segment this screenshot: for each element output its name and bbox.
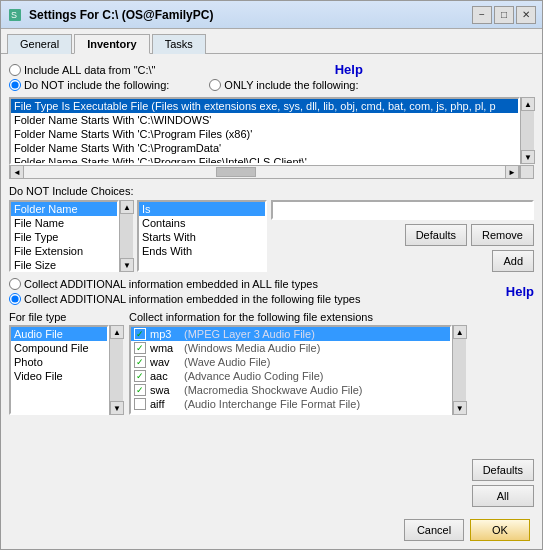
collect-help-area: Help <box>506 278 534 305</box>
do-not-choices-section: Do NOT Include Choices: Folder Name File… <box>9 185 534 272</box>
hscroll-bar[interactable]: ◄ ► <box>9 165 520 179</box>
tab-bar: General Inventory Tasks <box>1 29 542 54</box>
choices-left-area: Folder Name File Name File Type File Ext… <box>9 200 133 272</box>
ext-swa-checkbox[interactable]: ✓ <box>134 384 146 396</box>
hscroll-right-btn[interactable]: ► <box>505 165 519 179</box>
ext-wav[interactable]: ✓ wav (Wave Audio File) <box>131 355 450 369</box>
do-not-include-radio[interactable] <box>9 79 21 91</box>
bottom-button-row: Cancel OK <box>9 515 534 543</box>
file-type-section: For file type Audio File Compound File P… <box>9 311 534 509</box>
exclusion-list-scrollbar[interactable]: ▲ ▼ <box>520 97 534 164</box>
exclusion-item-1[interactable]: Folder Name Starts With 'C:\WINDOWS' <box>11 113 518 127</box>
ext-mp3-checkbox[interactable]: ✓ <box>134 328 146 340</box>
file-type-audio[interactable]: Audio File <box>11 327 107 341</box>
tab-general[interactable]: General <box>7 34 72 54</box>
defaults-button[interactable]: Defaults <box>405 224 467 246</box>
file-type-video[interactable]: Video File <box>11 369 107 383</box>
hscroll-left-btn[interactable]: ◄ <box>10 165 24 179</box>
close-button[interactable]: ✕ <box>516 6 536 24</box>
ok-button[interactable]: OK <box>470 519 530 541</box>
file-type-photo[interactable]: Photo <box>11 355 107 369</box>
file-type-listbox[interactable]: Audio File Compound File Photo Video Fil… <box>9 325 109 415</box>
scroll-up-btn[interactable]: ▲ <box>521 97 535 111</box>
ext-wav-checkbox[interactable]: ✓ <box>134 356 146 368</box>
ext-wma-code: wma <box>150 342 180 354</box>
ext-wma[interactable]: ✓ wma (Windows Media Audio File) <box>131 341 450 355</box>
choices-right-listbox[interactable]: Is Contains Starts With Ends With <box>137 200 267 272</box>
ext-mp3-code: mp3 <box>150 328 180 340</box>
ext-mp3[interactable]: ✓ mp3 (MPEG Layer 3 Audio File) <box>131 327 450 341</box>
tab-tasks[interactable]: Tasks <box>152 34 206 54</box>
include-all-radio[interactable] <box>9 64 21 76</box>
collect-options-area: Collect ADDITIONAL information embedded … <box>9 278 534 305</box>
ext-all-button[interactable]: All <box>472 485 534 507</box>
choice-ends-with[interactable]: Ends With <box>139 244 265 258</box>
exclusion-item-3[interactable]: Folder Name Starts With 'C:\ProgramData' <box>11 141 518 155</box>
choice-contains[interactable]: Contains <box>139 216 265 230</box>
choice-file-type[interactable]: File Type <box>11 230 117 244</box>
tab-inventory[interactable]: Inventory <box>74 34 150 54</box>
do-not-choices-label: Do NOT Include Choices: <box>9 185 534 197</box>
ext-list-scrollbar[interactable]: ▲ ▼ <box>452 325 466 415</box>
choice-starts-with[interactable]: Starts With <box>139 230 265 244</box>
ext-aac-code: aac <box>150 370 180 382</box>
scroll-down-btn[interactable]: ▼ <box>521 150 535 164</box>
exclusion-item-2[interactable]: Folder Name Starts With 'C:\Program File… <box>11 127 518 141</box>
file-type-scroll-down[interactable]: ▼ <box>110 401 124 415</box>
choice-folder-name[interactable]: Folder Name <box>11 202 117 216</box>
collect-help-link[interactable]: Help <box>506 284 534 299</box>
choice-is[interactable]: Is <box>139 202 265 216</box>
choice-value-input[interactable] <box>271 200 534 220</box>
choices-left-scroll-down[interactable]: ▼ <box>120 258 134 272</box>
file-type-compound[interactable]: Compound File <box>11 341 107 355</box>
scroll-corner <box>520 165 534 179</box>
cancel-button[interactable]: Cancel <box>404 519 464 541</box>
maximize-button[interactable]: □ <box>494 6 514 24</box>
ext-scroll-track <box>453 339 466 401</box>
choices-left-scroll-up[interactable]: ▲ <box>120 200 134 214</box>
choices-left-listbox[interactable]: Folder Name File Name File Type File Ext… <box>9 200 119 272</box>
collect-all-radio[interactable] <box>9 278 21 290</box>
exclusion-listbox[interactable]: File Type Is Executable File (Files with… <box>9 97 520 165</box>
only-include-radio[interactable] <box>209 79 221 91</box>
extension-listbox[interactable]: ✓ mp3 (MPEG Layer 3 Audio File) ✓ wma (W… <box>129 325 452 415</box>
ext-aiff-desc: (Audio Interchange File Format File) <box>184 398 360 410</box>
choices-left-scrollbar[interactable]: ▲ ▼ <box>119 200 133 272</box>
file-type-scroll-up[interactable]: ▲ <box>110 325 124 339</box>
ext-aac[interactable]: ✓ aac (Advance Audio Coding File) <box>131 369 450 383</box>
collect-following-radio[interactable] <box>9 293 21 305</box>
ext-scroll-down[interactable]: ▼ <box>453 401 467 415</box>
add-button[interactable]: Add <box>492 250 534 272</box>
app-icon: S <box>7 7 23 23</box>
file-type-scrollbar[interactable]: ▲ ▼ <box>109 325 123 415</box>
exclusion-list-hscroll[interactable]: ◄ ► <box>9 165 534 179</box>
remove-button[interactable]: Remove <box>471 224 534 246</box>
exclusion-item-4[interactable]: Folder Name Starts With 'C:\Program File… <box>11 155 518 165</box>
choice-file-name[interactable]: File Name <box>11 216 117 230</box>
ext-swa[interactable]: ✓ swa (Macromedia Shockwave Audio File) <box>131 383 450 397</box>
help-link[interactable]: Help <box>335 62 363 77</box>
ext-wma-checkbox[interactable]: ✓ <box>134 342 146 354</box>
window-title: Settings For C:\ (OS@FamilyPC) <box>29 8 472 22</box>
ext-aiff[interactable]: aiff (Audio Interchange File Format File… <box>131 397 450 411</box>
svg-text:S: S <box>11 10 17 20</box>
choice-file-size[interactable]: File Size <box>11 258 117 272</box>
minimize-button[interactable]: − <box>472 6 492 24</box>
ext-aac-checkbox[interactable]: ✓ <box>134 370 146 382</box>
collect-left: Collect ADDITIONAL information embedded … <box>9 278 498 305</box>
for-file-type-label: For file type <box>9 311 123 323</box>
exclusion-item-0[interactable]: File Type Is Executable File (Files with… <box>11 99 518 113</box>
ext-wav-code: wav <box>150 356 180 368</box>
ext-swa-code: swa <box>150 384 180 396</box>
scroll-track <box>521 111 534 150</box>
hscroll-thumb <box>216 167 256 177</box>
title-bar: S Settings For C:\ (OS@FamilyPC) − □ ✕ <box>1 1 542 29</box>
choice-file-extension[interactable]: File Extension <box>11 244 117 258</box>
file-ext-right-area: Collect information for the following fi… <box>129 311 466 509</box>
choices-input-area: Defaults Remove Add <box>271 200 534 272</box>
main-window: S Settings For C:\ (OS@FamilyPC) − □ ✕ G… <box>0 0 543 550</box>
ext-aiff-checkbox[interactable] <box>134 398 146 410</box>
collect-following-label: Collect ADDITIONAL information embedded … <box>24 293 360 305</box>
ext-scroll-up[interactable]: ▲ <box>453 325 467 339</box>
ext-defaults-button[interactable]: Defaults <box>472 459 534 481</box>
